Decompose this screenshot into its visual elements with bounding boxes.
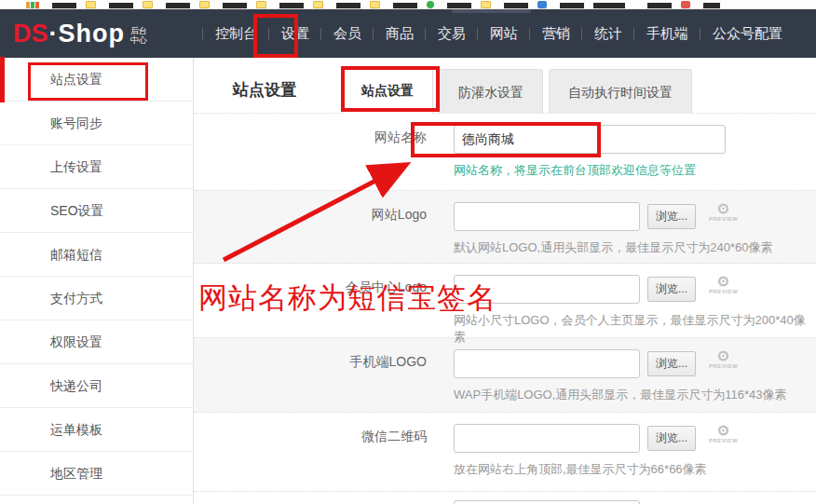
nav-item-wechat-config[interactable]: 公众号配置: [700, 25, 795, 43]
bookmark-item[interactable]: [703, 3, 729, 8]
sidebar-item-upload-settings[interactable]: 上传设置: [0, 145, 193, 189]
bookmark-item[interactable]: [560, 3, 634, 8]
bookmark-site-icon: [537, 1, 547, 8]
nav-item-settings[interactable]: 设置: [269, 25, 321, 43]
bookmark-folder-icon: [370, 1, 380, 8]
form-row-partial: [194, 492, 816, 504]
form-row-member-logo: 会员中心Logo 浏览... PREVIEW 网站小尺寸LOGO，会员个人主页显…: [194, 264, 816, 338]
bookmark-item[interactable]: [447, 1, 491, 8]
sidebar-item-express[interactable]: 快递公司: [0, 364, 193, 408]
apps-icon[interactable]: [26, 2, 39, 8]
eye-icon: [716, 425, 730, 437]
tab-anti-flood[interactable]: 防灌水设置: [439, 69, 543, 114]
bookmark-item[interactable]: [52, 1, 96, 8]
site-logo-hint: 默认网站LOGO,通用头部显示，最佳显示尺寸为240*60像素: [454, 239, 772, 256]
bookmark-item[interactable]: [109, 1, 153, 8]
member-logo-input[interactable]: [454, 275, 640, 304]
mobile-logo-input[interactable]: [454, 349, 640, 378]
browser-bookmarks-bar: [0, 0, 816, 9]
app-logo[interactable]: DS·Shop 后台 中心: [13, 20, 147, 48]
nav-item-goods[interactable]: 商品: [374, 25, 426, 43]
bookmark-item[interactable]: [223, 1, 266, 8]
eye-icon: [716, 350, 730, 362]
sidebar-item-permissions[interactable]: 权限设置: [0, 320, 193, 364]
sidebar-item-account-sync[interactable]: 账号同步: [0, 102, 193, 145]
bookmark-folder-icon: [143, 1, 153, 8]
sidebar-item-regions[interactable]: 地区管理: [0, 452, 193, 496]
sidebar-item-waybill[interactable]: 运单模板: [0, 408, 193, 452]
nav-item-website[interactable]: 网站: [478, 25, 530, 43]
eye-icon: [716, 203, 730, 215]
bookmark-item[interactable]: [279, 1, 323, 8]
nav-item-mobile[interactable]: 手机端: [634, 25, 700, 43]
logo-shop: Shop: [59, 20, 126, 48]
sidebar-item-email-sms[interactable]: 邮箱短信: [0, 233, 193, 277]
bookmark-folder-icon: [481, 1, 491, 8]
form-row-wechat-qr: 微信二维码 浏览... PREVIEW 放在网站右上角顶部,最佳显示尺寸为66*…: [194, 413, 816, 492]
site-logo-label: 网站Logo: [194, 202, 427, 263]
site-name-hint: 网站名称，将显示在前台顶部欢迎信息等位置: [454, 162, 726, 179]
sidebar-item-seo-settings[interactable]: SEO设置: [0, 189, 193, 233]
wechat-qr-preview[interactable]: PREVIEW: [709, 425, 738, 443]
eye-icon: [716, 276, 730, 288]
wechat-qr-hint: 放在网站右上角顶部,最佳显示尺寸为66*66像素: [454, 461, 738, 478]
logo-ds: DS: [13, 20, 48, 48]
form-row-mobile-logo: 手机端LOGO 浏览... PREVIEW WAP手机端LOGO,通用头部显示，…: [194, 338, 816, 413]
nav-item-statistics[interactable]: 统计: [582, 25, 634, 43]
bookmark-item[interactable]: [504, 1, 547, 8]
tab-auto-exec-time[interactable]: 自动执行时间设置: [549, 69, 692, 114]
wechat-qr-label: 微信二维码: [194, 424, 427, 491]
sidebar-item-payment[interactable]: 支付方式: [0, 277, 193, 320]
top-nav-menu: 控制台 设置 会员 商品 交易 网站 营销 统计 手机端 公众号配置: [203, 25, 795, 43]
site-logo-input[interactable]: [454, 202, 640, 231]
wechat-qr-browse-button[interactable]: 浏览...: [647, 426, 696, 451]
mobile-logo-preview[interactable]: PREVIEW: [709, 350, 738, 369]
member-logo-label: 会员中心Logo: [194, 275, 427, 337]
tab-site-settings[interactable]: 站点设置: [342, 67, 433, 114]
bookmark-item[interactable]: [647, 1, 690, 8]
bookmark-site-icon: [427, 1, 434, 8]
content-header: 站点设置 站点设置 防灌水设置 自动执行时间设置: [194, 58, 816, 114]
next-row-input-partial[interactable]: [454, 500, 640, 504]
mobile-logo-hint: WAP手机端LOGO,通用头部显示，最佳显示尺寸为116*43像素: [454, 387, 787, 403]
page-title: 站点设置: [233, 79, 296, 101]
bookmark-item[interactable]: [393, 1, 434, 8]
bookmark-folder-icon: [86, 1, 96, 8]
top-navbar: DS·Shop 后台 中心 控制台 设置 会员 商品 交易 网站 营销 统计 手…: [0, 9, 816, 58]
main-content: 站点设置 站点设置 防灌水设置 自动执行时间设置 网站名称 网站名称，将显示在前…: [194, 58, 816, 504]
nav-item-marketing[interactable]: 营销: [530, 25, 582, 43]
logo-suffix: 后台 中心: [130, 26, 147, 45]
nav-item-console[interactable]: 控制台: [203, 25, 269, 43]
nav-item-members[interactable]: 会员: [321, 25, 374, 43]
bookmark-item[interactable]: [166, 1, 210, 8]
mobile-logo-label: 手机端LOGO: [194, 349, 427, 412]
browser-tab-edge: [452, 9, 531, 13]
member-logo-browse-button[interactable]: 浏览...: [647, 277, 696, 302]
member-logo-preview[interactable]: PREVIEW: [709, 276, 738, 294]
mobile-logo-browse-button[interactable]: 浏览...: [647, 351, 696, 376]
tab-bar: 站点设置 防灌水设置 自动执行时间设置: [342, 67, 692, 114]
bookmark-folder-icon: [313, 1, 323, 8]
form-row-site-name: 网站名称 网站名称，将显示在前台顶部欢迎信息等位置: [194, 114, 816, 191]
wechat-qr-input[interactable]: [454, 424, 640, 453]
site-name-label: 网站名称: [194, 125, 427, 190]
nav-item-trade[interactable]: 交易: [426, 25, 478, 43]
form-row-site-logo: 网站Logo 浏览... PREVIEW 默认网站LOGO,通用头部显示，最佳显…: [194, 191, 816, 264]
member-logo-hint: 网站小尺寸LOGO，会员个人主页显示，最佳显示尺寸为200*40像素: [454, 312, 816, 346]
bookmark-folder-icon: [256, 1, 266, 8]
sidebar-item-site-settings[interactable]: 站点设置: [0, 58, 193, 102]
site-name-input[interactable]: [454, 125, 726, 154]
site-logo-browse-button[interactable]: 浏览...: [647, 204, 696, 229]
sidebar: 站点设置 账号同步 上传设置 SEO设置 邮箱短信 支付方式 权限设置 快递公司…: [0, 58, 194, 504]
bookmark-item[interactable]: [336, 1, 380, 8]
site-logo-preview[interactable]: PREVIEW: [709, 203, 738, 222]
bookmark-folder-icon: [199, 1, 210, 8]
bookmark-site-icon: [681, 1, 690, 8]
